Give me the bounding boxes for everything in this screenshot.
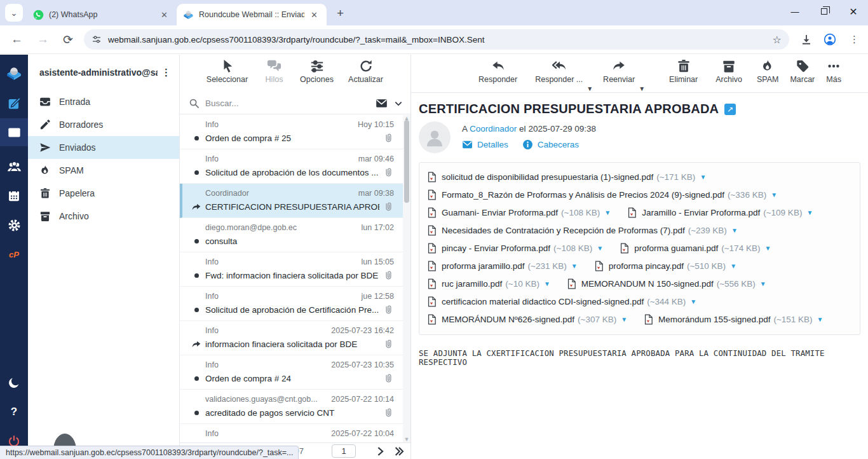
attachment-item[interactable]: MEMORANDUM N 150-signed.pdf(~556 KB)▼: [567, 278, 766, 289]
attachment-item[interactable]: Memorándum 155-signed.pdf(~151 KB)▼: [644, 314, 823, 325]
mail-nav-button[interactable]: [0, 118, 28, 146]
account-menu-icon[interactable]: ⋮: [158, 67, 174, 78]
tab-search-button[interactable]: ⌄: [5, 4, 23, 22]
attachment-item[interactable]: proforma jaramillo.pdf(~231 KB)▼: [427, 261, 578, 271]
forward-button[interactable]: Reenviar: [594, 59, 644, 84]
folder-entrada[interactable]: Entrada: [28, 90, 179, 113]
message-row[interactable]: InfoHoy 10:15 Orden de compra # 25: [180, 115, 410, 149]
downloads-icon[interactable]: [801, 34, 812, 45]
search-scope-mail-icon[interactable]: [376, 97, 388, 109]
chrome-menu-icon[interactable]: ⋮: [843, 31, 865, 48]
next-page-icon[interactable]: [375, 446, 385, 456]
reply-all-menu-caret-icon[interactable]: ▼: [587, 85, 593, 92]
attachment-menu-caret-icon[interactable]: ▼: [597, 245, 603, 252]
list-scrollbar[interactable]: ▲ ▼: [403, 115, 410, 442]
attachment-item[interactable]: ruc jaramillo.pdf(~10 KB)▼: [427, 278, 550, 289]
page-number-input[interactable]: [332, 444, 356, 458]
attachment-menu-caret-icon[interactable]: ▼: [817, 316, 824, 323]
settings-nav-button[interactable]: [0, 211, 28, 239]
folder-spam[interactable]: SPAM: [28, 159, 179, 182]
attachment-item[interactable]: proforma guamani.pdf(~174 KB)▼: [620, 243, 771, 254]
close-button[interactable]: ✕: [839, 0, 868, 23]
attachment-menu-caret-icon[interactable]: ▼: [544, 280, 550, 287]
refresh-button[interactable]: Actualizar: [344, 59, 388, 84]
attachment-item[interactable]: Guamani- Enviar Proforma.pdf(~108 KB)▼: [427, 207, 611, 218]
mark-button[interactable]: Marcar: [784, 59, 820, 84]
site-settings-icon[interactable]: [92, 34, 102, 45]
minimize-button[interactable]: —: [780, 0, 810, 23]
details-toggle[interactable]: Detalles: [462, 139, 508, 150]
threads-button[interactable]: Hilos: [259, 59, 290, 84]
attachment-menu-caret-icon[interactable]: ▼: [604, 209, 611, 216]
attachment-menu-caret-icon[interactable]: ▼: [731, 227, 738, 234]
profile-avatar-icon[interactable]: [824, 33, 836, 46]
attachment-menu-caret-icon[interactable]: ▼: [730, 263, 736, 270]
reply-all-button[interactable]: Responder ...: [526, 59, 592, 84]
scroll-down-icon[interactable]: ▼: [403, 436, 410, 442]
open-in-new-window-icon[interactable]: ↗: [724, 104, 736, 115]
tab-whatsapp[interactable]: (2) WhatsApp ✕: [27, 4, 177, 25]
attachment-item[interactable]: Formato_8_Razón de Proformas y Análisis …: [427, 189, 777, 200]
message-row[interactable]: validaciones.guayas@cnt.gob...2025-07-22…: [180, 390, 410, 424]
attachment-menu-caret-icon[interactable]: ▼: [700, 174, 706, 181]
options-icon: [310, 59, 324, 73]
dark-mode-toggle[interactable]: [0, 369, 28, 397]
help-button[interactable]: ?: [0, 398, 28, 426]
message-row[interactable]: Info2025-07-22 10:04: [180, 424, 410, 442]
address-bar[interactable]: webmail.sanjuan.gob.ec/cpsess7001108393/…: [84, 29, 789, 50]
message-row[interactable]: Info2025-07-23 16:42 informacion finacie…: [180, 321, 410, 355]
compose-button[interactable]: [0, 89, 28, 117]
scrollbar-thumb[interactable]: [404, 120, 409, 203]
recipient-link[interactable]: Coordinador: [470, 124, 517, 134]
attachment-item[interactable]: pincay - Enviar Proforma.pdf(~108 KB)▼: [427, 243, 603, 254]
new-tab-button[interactable]: +: [332, 6, 349, 20]
bookmark-star-icon[interactable]: ☆: [773, 34, 782, 46]
calendar-nav-button[interactable]: [0, 182, 28, 210]
attachment-menu-caret-icon[interactable]: ▼: [571, 263, 578, 270]
tab-close-icon[interactable]: ✕: [308, 10, 320, 20]
attachment-menu-caret-icon[interactable]: ▼: [806, 209, 813, 216]
reply-button[interactable]: Responder: [470, 59, 526, 84]
message-row-selected[interactable]: Coordinadormar 09:38 CERTIFICACION PRESU…: [180, 184, 410, 218]
archive-button[interactable]: Archivo: [707, 59, 751, 84]
more-button[interactable]: Más: [820, 59, 847, 84]
attachment-menu-caret-icon[interactable]: ▼: [621, 316, 627, 323]
message-row[interactable]: Infojue 12:58 Solicitud de aprobación de…: [180, 287, 410, 321]
cpanel-nav-button[interactable]: cP: [0, 240, 28, 268]
delete-button[interactable]: Eliminar: [660, 59, 707, 84]
attachment-item[interactable]: solicitud de disponibilidad presupuestar…: [427, 172, 706, 182]
folder-papelera[interactable]: Papelera: [28, 182, 179, 205]
back-button[interactable]: ←: [4, 30, 30, 49]
attachment-item[interactable]: MEMORÁNDUM Nº626-signed.pdf(~307 KB)▼: [427, 314, 627, 325]
forward-menu-caret-icon[interactable]: ▼: [639, 85, 645, 92]
attachment-item[interactable]: certificacion material didactico CDI-sig…: [427, 296, 696, 307]
attachment-menu-caret-icon[interactable]: ▼: [764, 245, 771, 252]
attachment-item[interactable]: Jaramillo - Enviar Proforma.pdf(~109 KB)…: [627, 207, 813, 218]
folder-borradores[interactable]: Borradores: [28, 113, 179, 136]
search-input[interactable]: [205, 99, 376, 108]
tab-roundcube[interactable]: Roundcube Webmail :: Enviados ✕: [177, 4, 327, 25]
contacts-nav-button[interactable]: [0, 153, 28, 181]
forward-button[interactable]: →: [30, 30, 56, 49]
attachment-menu-caret-icon[interactable]: ▼: [760, 280, 766, 287]
tab-close-icon[interactable]: ✕: [158, 10, 170, 20]
attachment-menu-caret-icon[interactable]: ▼: [690, 298, 696, 305]
attachment-item[interactable]: proforma pincay.pdf(~510 KB)▼: [594, 261, 736, 271]
folder-enviados[interactable]: Enviados: [28, 136, 179, 159]
folder-archivo[interactable]: Archivo: [28, 205, 179, 228]
message-row[interactable]: Infomar 09:46 Solicitud de aprobación de…: [180, 149, 410, 184]
message-row[interactable]: Infolun 15:05 Fwd: informacion finaciera…: [180, 252, 410, 287]
select-button[interactable]: Seleccionar: [203, 59, 252, 84]
message-row[interactable]: diego.moran@dpe.gob.eclun 17:02 consulta: [180, 218, 410, 252]
attachment-menu-caret-icon[interactable]: ▼: [771, 191, 777, 198]
headers-toggle[interactable]: Cabeceras: [522, 139, 579, 150]
url-text[interactable]: webmail.sanjuan.gob.ec/cpsess7001108393/…: [108, 35, 766, 45]
restore-button[interactable]: [810, 0, 839, 23]
message-row[interactable]: Info2025-07-23 10:35 Orden de compra # 2…: [180, 355, 410, 390]
search-options-chevron-icon[interactable]: [394, 99, 403, 108]
attachment-item[interactable]: Necesidades de Contratación y Recepción …: [427, 225, 738, 236]
spam-button[interactable]: SPAM: [751, 59, 785, 84]
reload-button[interactable]: ⟳: [56, 30, 80, 50]
options-button[interactable]: Opciones: [297, 59, 337, 84]
last-page-icon[interactable]: [394, 446, 404, 456]
